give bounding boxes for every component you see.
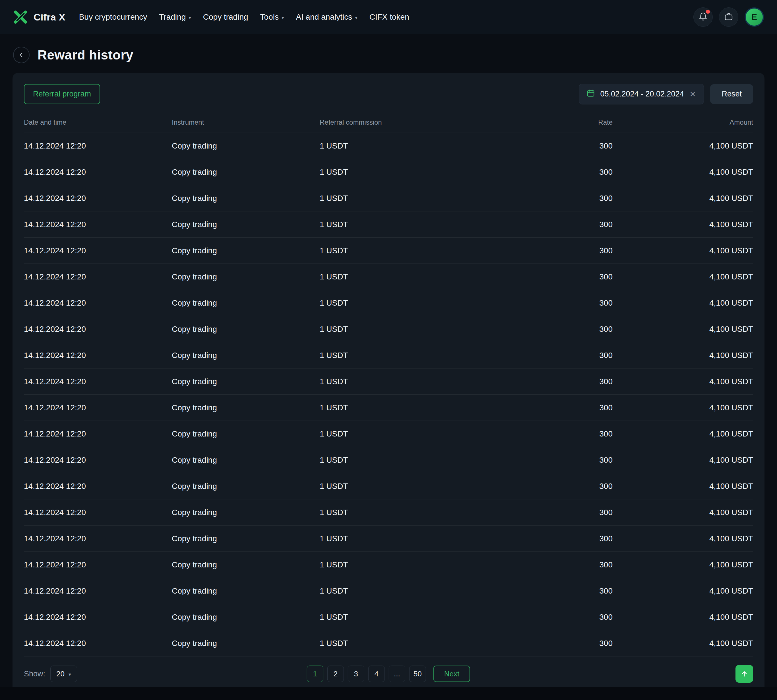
cell-amount: 4,100 USDT <box>612 142 753 150</box>
cell-referral-commission: 1 USDT <box>319 613 502 622</box>
cell-rate: 300 <box>502 560 612 569</box>
cell-instrument: Copy trading <box>172 429 319 438</box>
cell-referral-commission: 1 USDT <box>319 639 502 648</box>
cell-referral-commission: 1 USDT <box>319 272 502 282</box>
cell-date-and-time: 14.12.2024 12:20 <box>24 325 172 334</box>
table-row: 14.12.2024 12:20Copy trading1 USDT3004,1… <box>24 212 753 238</box>
date-range-value: 05.02.2024 - 20.02.2024 <box>600 90 684 98</box>
cell-referral-commission: 1 USDT <box>319 325 502 334</box>
cell-amount: 4,100 USDT <box>612 351 753 360</box>
bell-icon <box>699 12 708 22</box>
nav-item-trading[interactable]: Trading▾ <box>159 13 191 22</box>
pagination-page-50[interactable]: 50 <box>409 665 426 682</box>
nav-item-tools[interactable]: Tools▾ <box>260 13 284 22</box>
cell-rate: 300 <box>502 482 612 491</box>
cell-date-and-time: 14.12.2024 12:20 <box>24 639 172 648</box>
chevron-down-icon: ▾ <box>68 672 71 678</box>
cell-instrument: Copy trading <box>172 534 319 543</box>
pagination-page-3[interactable]: 3 <box>348 665 364 682</box>
scroll-to-top-button[interactable] <box>735 665 753 683</box>
date-range-picker[interactable]: 05.02.2024 - 20.02.2024 ✕ <box>579 84 704 105</box>
cell-amount: 4,100 USDT <box>612 168 753 177</box>
cell-referral-commission: 1 USDT <box>319 142 502 150</box>
nav-item-label: CIFX token <box>369 13 409 22</box>
clear-date-icon[interactable]: ✕ <box>689 90 697 98</box>
reset-button[interactable]: Reset <box>710 84 753 104</box>
cell-instrument: Copy trading <box>172 298 319 308</box>
cell-date-and-time: 14.12.2024 12:20 <box>24 482 172 491</box>
cell-referral-commission: 1 USDT <box>319 587 502 595</box>
column-header-amount: Amount <box>612 118 753 126</box>
cell-date-and-time: 14.12.2024 12:20 <box>24 613 172 622</box>
table-row: 14.12.2024 12:20Copy trading1 USDT3004,1… <box>24 290 753 316</box>
cell-date-and-time: 14.12.2024 12:20 <box>24 403 172 412</box>
notifications-button[interactable] <box>694 7 713 27</box>
cell-date-and-time: 14.12.2024 12:20 <box>24 246 172 255</box>
cell-instrument: Copy trading <box>172 246 319 255</box>
cell-instrument: Copy trading <box>172 272 319 282</box>
cell-rate: 300 <box>502 142 612 150</box>
cell-date-and-time: 14.12.2024 12:20 <box>24 560 172 569</box>
nav-menu: Buy cryptocurrencyTrading▾Copy tradingTo… <box>79 13 680 22</box>
back-button[interactable] <box>13 47 30 63</box>
cell-amount: 4,100 USDT <box>612 560 753 569</box>
cell-amount: 4,100 USDT <box>612 194 753 203</box>
filters-bar: Referral program 05.02.2024 - 20.02.2024… <box>24 84 753 105</box>
nav-item-copy-trading[interactable]: Copy trading <box>203 13 248 22</box>
table-row: 14.12.2024 12:20Copy trading1 USDT3004,1… <box>24 368 753 395</box>
cell-instrument: Copy trading <box>172 142 319 150</box>
top-nav: Cifra X Buy cryptocurrencyTrading▾Copy t… <box>0 0 777 34</box>
cell-amount: 4,100 USDT <box>612 377 753 386</box>
cell-rate: 300 <box>502 403 612 412</box>
cell-date-and-time: 14.12.2024 12:20 <box>24 534 172 543</box>
table-row: 14.12.2024 12:20Copy trading1 USDT3004,1… <box>24 447 753 473</box>
pagination-page-4[interactable]: 4 <box>368 665 385 682</box>
cell-date-and-time: 14.12.2024 12:20 <box>24 351 172 360</box>
cell-date-and-time: 14.12.2024 12:20 <box>24 220 172 229</box>
cell-amount: 4,100 USDT <box>612 298 753 308</box>
cell-rate: 300 <box>502 587 612 595</box>
pagination-next-button[interactable]: Next <box>433 665 470 682</box>
page-size-select[interactable]: 20 ▾ <box>50 665 77 682</box>
referral-program-tab[interactable]: Referral program <box>24 84 100 104</box>
table-footer: Show: 20 ▾ 1234...50Next <box>24 663 753 685</box>
cell-date-and-time: 14.12.2024 12:20 <box>24 429 172 438</box>
page-title: Reward history <box>38 47 133 63</box>
brand[interactable]: Cifra X <box>13 10 65 25</box>
table-row: 14.12.2024 12:20Copy trading1 USDT3004,1… <box>24 185 753 212</box>
nav-item-ai-and-analytics[interactable]: AI and analytics▾ <box>296 13 357 22</box>
cell-referral-commission: 1 USDT <box>319 351 502 360</box>
cell-amount: 4,100 USDT <box>612 587 753 595</box>
cell-rate: 300 <box>502 194 612 203</box>
table-header: Date and timeInstrumentReferral commissi… <box>24 112 753 133</box>
table-row: 14.12.2024 12:20Copy trading1 USDT3004,1… <box>24 316 753 342</box>
table-row: 14.12.2024 12:20Copy trading1 USDT3004,1… <box>24 421 753 447</box>
pagination-ellipsis[interactable]: ... <box>389 665 405 682</box>
nav-item-label: Copy trading <box>203 13 248 22</box>
table-row: 14.12.2024 12:20Copy trading1 USDT3004,1… <box>24 395 753 421</box>
portfolio-button[interactable] <box>719 7 738 27</box>
cell-instrument: Copy trading <box>172 639 319 648</box>
cell-referral-commission: 1 USDT <box>319 168 502 177</box>
page-size-value: 20 <box>56 670 65 678</box>
nav-item-label: Buy cryptocurrency <box>79 13 147 22</box>
table-row: 14.12.2024 12:20Copy trading1 USDT3004,1… <box>24 578 753 604</box>
cell-referral-commission: 1 USDT <box>319 508 502 517</box>
cell-referral-commission: 1 USDT <box>319 377 502 386</box>
cell-instrument: Copy trading <box>172 560 319 569</box>
avatar[interactable]: E <box>745 7 764 27</box>
bottom-strip <box>0 687 777 700</box>
nav-item-label: Tools <box>260 13 279 22</box>
chevron-down-icon: ▾ <box>355 15 358 21</box>
cell-amount: 4,100 USDT <box>612 246 753 255</box>
chevron-down-icon: ▾ <box>281 15 284 21</box>
cell-referral-commission: 1 USDT <box>319 298 502 308</box>
nav-item-buy-cryptocurrency[interactable]: Buy cryptocurrency <box>79 13 147 22</box>
nav-item-label: AI and analytics <box>296 13 352 22</box>
cell-rate: 300 <box>502 613 612 622</box>
nav-item-cifx-token[interactable]: CIFX token <box>369 13 409 22</box>
pagination-page-1[interactable]: 1 <box>307 665 323 682</box>
cell-amount: 4,100 USDT <box>612 429 753 438</box>
pagination-page-2[interactable]: 2 <box>327 665 344 682</box>
cell-rate: 300 <box>502 220 612 229</box>
